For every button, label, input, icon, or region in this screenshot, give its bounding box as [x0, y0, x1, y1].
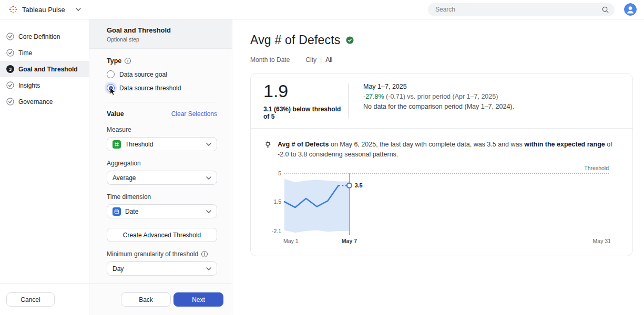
search-input[interactable]: [435, 6, 601, 13]
back-button[interactable]: Back: [121, 292, 171, 307]
svg-text:May 7: May 7: [342, 238, 357, 244]
panel-footer: Back Next: [89, 284, 232, 315]
panel-header: Goal and Threshold Optional step: [89, 19, 232, 49]
aggregation-value: Average: [113, 174, 202, 182]
metric-card: 1.9 3.1 (63%) below threshold of 5 May 1…: [250, 73, 633, 256]
insight-text: Avg # of Defects on May 6, 2025, the las…: [278, 140, 620, 160]
sidebar-item-goal-and-threshold[interactable]: 3 Goal and Threshold: [0, 61, 89, 77]
check-circle-icon: [6, 98, 14, 106]
info-icon[interactable]: i: [125, 58, 131, 64]
app-switcher-chevron-down-icon[interactable]: [76, 8, 81, 11]
section-divider: [107, 102, 217, 102]
app-logo[interactable]: Tableau Pulse: [8, 5, 81, 14]
measure-select[interactable]: Threshold: [107, 137, 217, 151]
radio-label: Data source threshold: [119, 85, 181, 92]
step-number-badge: 3: [6, 65, 14, 73]
clear-selections-link[interactable]: Clear Selections: [171, 110, 217, 118]
check-circle-icon: [6, 49, 14, 57]
comparison-no-data: No data for the comparison period (May 1…: [363, 102, 514, 112]
insight-text-1: on May 6, 2025, the last day with comple…: [329, 141, 524, 148]
verified-badge-icon: [346, 36, 354, 44]
radio-data-source-threshold[interactable]: Data source threshold: [107, 84, 217, 92]
chevron-down-icon: [206, 210, 211, 213]
chevron-down-icon: [206, 176, 211, 180]
sidebar-footer: Cancel: [0, 284, 89, 315]
svg-text:May 31: May 31: [593, 238, 610, 244]
insight-lightbulb-icon: [263, 140, 272, 160]
chevron-down-icon: [206, 143, 211, 146]
search-icon[interactable]: [601, 6, 609, 14]
aggregation-field-label: Aggregation: [107, 160, 217, 167]
sidebar-item-governance[interactable]: Governance: [0, 93, 89, 110]
radio-unselected-icon[interactable]: [107, 70, 115, 78]
chart-container: Threshold51.5-2.13.5May 1May 7May 31: [251, 162, 632, 256]
goal-threshold-panel: Goal and Threshold Optional step Type i …: [89, 19, 232, 315]
granularity-label-text: Minimum granularity of threshold: [107, 250, 198, 258]
radio-data-source-goal[interactable]: Data source goal: [107, 70, 217, 78]
svg-text:3.5: 3.5: [354, 183, 362, 189]
check-circle-icon: [6, 33, 14, 40]
change-percent: -27.8%: [363, 93, 384, 100]
comparison-change: -27.8% (-0.71) vs. prior period (Apr 1–7…: [363, 92, 514, 102]
tableau-pulse-logo-icon: [8, 5, 18, 14]
measure-value: Threshold: [125, 141, 202, 148]
sidebar-item-label: Governance: [18, 98, 53, 106]
measure-field-label: Measure: [107, 126, 217, 133]
sidebar-item-label: Core Definition: [18, 33, 60, 40]
type-section-label: Type i: [107, 57, 217, 65]
top-bar: Tableau Pulse: [0, 0, 644, 19]
svg-text:Threshold: Threshold: [584, 166, 609, 171]
measure-grid-icon: [113, 140, 121, 149]
next-button[interactable]: Next: [173, 292, 223, 307]
search-bar[interactable]: [428, 3, 615, 16]
sidebar-item-label: Time: [18, 49, 32, 57]
filter-period[interactable]: Month to Date: [250, 56, 290, 64]
svg-text:May 1: May 1: [283, 238, 299, 244]
svg-text:-2.1: -2.1: [272, 228, 281, 234]
insight-range-phrase: within the expected range: [524, 141, 605, 148]
panel-title: Goal and Threshold: [107, 26, 217, 34]
comparison-period: May 1–7, 2025: [363, 82, 514, 92]
svg-text:1.5: 1.5: [273, 198, 281, 205]
pulse-line-chart: Threshold51.5-2.13.5May 1May 7May 31: [263, 166, 610, 246]
granularity-field-label: Minimum granularity of threshold i: [107, 250, 217, 258]
metric-filters: Month to Date City | All: [250, 56, 633, 64]
user-avatar[interactable]: [624, 3, 637, 16]
granularity-select[interactable]: Day: [107, 261, 217, 276]
metric-big-value: 1.9: [263, 82, 348, 101]
check-circle-icon: [6, 81, 14, 89]
metric-threshold-delta: 3.1 (63%) below threshold of 5: [263, 106, 348, 120]
filter-dimension-value: All: [325, 56, 332, 64]
filter-dimension-name: City: [305, 56, 316, 64]
aggregation-select[interactable]: Average: [107, 171, 217, 185]
filter-separator: |: [320, 56, 322, 64]
metric-preview: Avg # of Defects Month to Date City | Al…: [232, 19, 644, 315]
sidebar-item-label: Goal and Threshold: [18, 66, 78, 73]
page-title: Avg # of Defects: [250, 33, 341, 47]
value-section-label: Value: [107, 110, 124, 118]
sidebar-item-time[interactable]: Time: [0, 45, 89, 61]
create-advanced-threshold-button[interactable]: Create Advanced Threshold: [107, 228, 217, 242]
type-label-text: Type: [107, 57, 121, 65]
svg-text:5: 5: [278, 170, 281, 176]
app-name: Tableau Pulse: [22, 6, 65, 14]
radio-selected-icon[interactable]: [107, 84, 115, 92]
insight-summary: Avg # of Defects on May 6, 2025, the las…: [251, 129, 632, 162]
time-dimension-field-label: Time dimension: [107, 193, 217, 201]
metric-summary: 1.9 3.1 (63%) below threshold of 5 May 1…: [251, 74, 632, 128]
chevron-down-icon: [206, 267, 211, 270]
granularity-value: Day: [113, 265, 202, 272]
info-icon[interactable]: i: [201, 251, 208, 257]
cancel-button[interactable]: Cancel: [6, 292, 55, 307]
radio-label: Data source goal: [119, 71, 167, 78]
time-dimension-value: Date: [125, 208, 202, 215]
time-dimension-select[interactable]: Date: [107, 204, 217, 218]
panel-subtitle: Optional step: [107, 36, 217, 43]
calendar-icon: [113, 207, 121, 216]
steps-sidebar: Core Definition Time 3 Goal and Threshol…: [0, 19, 89, 315]
panel-body: Type i Data source goal Data source thre…: [89, 49, 232, 284]
sidebar-item-core-definition[interactable]: Core Definition: [0, 28, 89, 45]
insight-metric-name: Avg # of Defects: [278, 141, 329, 148]
filter-dimension[interactable]: City | All: [305, 56, 332, 64]
sidebar-item-insights[interactable]: Insights: [0, 77, 89, 93]
